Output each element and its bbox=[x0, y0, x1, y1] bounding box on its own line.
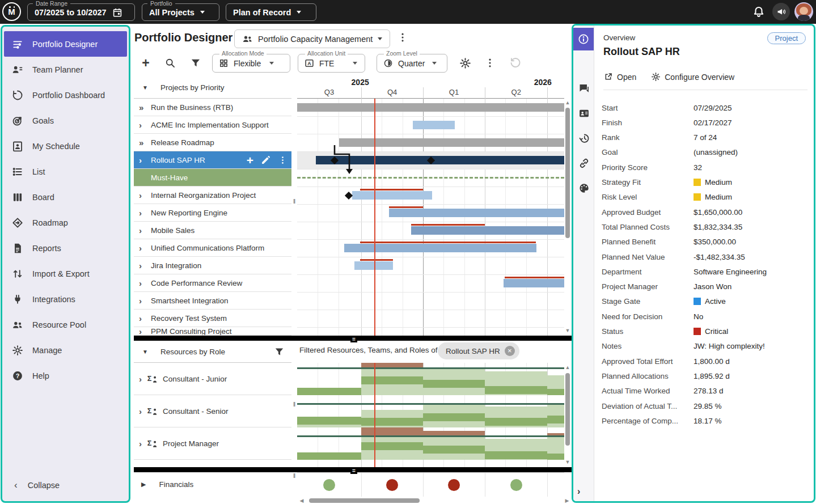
expand-chevron-icon[interactable]: › bbox=[139, 261, 146, 270]
configure-overview-button[interactable]: Configure Overview bbox=[651, 72, 734, 82]
sidebar-item-goals[interactable]: Goals bbox=[4, 108, 127, 133]
gantt-bar[interactable] bbox=[504, 279, 564, 287]
gantt-bar[interactable] bbox=[344, 244, 536, 252]
sidebar-item-help[interactable]: ? Help bbox=[4, 363, 127, 388]
link-icon[interactable] bbox=[575, 155, 593, 172]
project-row[interactable]: ›New Reporting Engine bbox=[134, 204, 291, 222]
expand-chevron-icon[interactable]: › bbox=[139, 120, 146, 130]
expand-chevron-icon[interactable]: › bbox=[139, 208, 146, 218]
expand-chevron-icon[interactable]: › bbox=[139, 226, 146, 235]
announcements-megaphone-icon[interactable] bbox=[772, 3, 790, 20]
row-kebab-icon[interactable] bbox=[278, 155, 287, 165]
financial-status-dot-good[interactable] bbox=[323, 479, 335, 491]
projects-pane-header[interactable]: ▼ Projects by Priority bbox=[134, 77, 291, 99]
resource-role-row[interactable]: › Σ Consultant - Junior bbox=[134, 363, 291, 395]
sidebar-item-board[interactable]: Board bbox=[4, 184, 127, 210]
plan-select[interactable]: Plan of Record bbox=[226, 3, 316, 21]
expand-chevron-icon[interactable]: › bbox=[139, 374, 142, 384]
sidebar-collapse-button[interactable]: ‹ Collapse bbox=[4, 475, 127, 495]
user-avatar[interactable] bbox=[794, 2, 813, 21]
sidebar-item-roadmap[interactable]: Roadmap bbox=[4, 210, 127, 235]
expand-chevron-icon[interactable]: » bbox=[139, 138, 146, 147]
app-logo[interactable]: M bbox=[2, 2, 21, 21]
gantt-bar[interactable] bbox=[297, 103, 564, 112]
project-row[interactable]: ›Rollout SAP HR + bbox=[134, 151, 291, 169]
expand-chevron-icon[interactable]: › bbox=[139, 243, 146, 253]
project-row[interactable]: »Run the Business (RTB) bbox=[134, 99, 291, 116]
gantt-bar[interactable] bbox=[354, 261, 393, 270]
pane-resize-handle[interactable]: ‖ bbox=[291, 473, 297, 479]
financial-status-dot-critical[interactable] bbox=[448, 479, 460, 491]
expand-chevron-icon[interactable]: › bbox=[139, 278, 146, 288]
expand-chevron-icon[interactable]: › bbox=[139, 406, 142, 416]
resource-role-row[interactable]: › Σ Consultant - Senior bbox=[134, 395, 291, 427]
project-row[interactable]: ›Internal Reorganization Project bbox=[134, 187, 291, 204]
notifications-bell-icon[interactable] bbox=[751, 4, 767, 20]
expand-chevron-icon[interactable]: › bbox=[139, 327, 146, 336]
resources-filter-icon[interactable] bbox=[274, 346, 285, 357]
project-row[interactable]: »Release Roadmap bbox=[134, 134, 291, 151]
scroll-up-icon[interactable]: ▲ bbox=[564, 100, 571, 105]
sidebar-item-my-schedule[interactable]: My Schedule bbox=[4, 133, 127, 159]
palette-icon[interactable] bbox=[575, 180, 593, 197]
filter-icon[interactable] bbox=[188, 56, 203, 70]
project-row[interactable]: ›Mobile Sales bbox=[134, 222, 291, 239]
project-row[interactable]: ›ACME Inc Implementation Support bbox=[134, 116, 291, 134]
sidebar-item-team-planner[interactable]: Team Planner bbox=[4, 57, 127, 82]
financials-row[interactable]: ▶ Financials bbox=[134, 472, 291, 497]
expand-chevron-icon[interactable]: › bbox=[139, 314, 146, 323]
settings-gear-icon[interactable] bbox=[458, 56, 472, 70]
filter-chip[interactable]: Rollout SAP HR × bbox=[438, 342, 519, 359]
scroll-up-icon[interactable]: ▲ bbox=[564, 365, 571, 370]
resource-role-row[interactable]: › Σ Project Manager bbox=[134, 427, 291, 460]
edit-pencil-icon[interactable] bbox=[261, 155, 270, 165]
sidebar-item-resource-pool[interactable]: Resource Pool bbox=[4, 312, 127, 337]
gantt-vscrollbar[interactable] bbox=[565, 108, 570, 238]
expand-chevron-icon[interactable]: › bbox=[139, 296, 146, 306]
project-row[interactable]: ›Recovery Test System bbox=[134, 310, 291, 327]
financial-status-dot-critical[interactable] bbox=[386, 479, 398, 491]
gantt-bar[interactable] bbox=[411, 226, 564, 235]
allocation-unit-select[interactable]: Allocation Unit A FTE bbox=[298, 54, 365, 73]
gantt-bar[interactable] bbox=[413, 121, 455, 129]
horizontal-splitter[interactable]: = bbox=[134, 467, 572, 472]
project-row[interactable]: ›Smartsheet Integration bbox=[134, 292, 291, 310]
pane-resize-handle[interactable]: ‖ bbox=[291, 401, 297, 408]
date-range-field[interactable]: Date Range 07/2025 to 10/2027 bbox=[27, 3, 135, 21]
sidebar-item-manage[interactable]: Manage bbox=[4, 337, 127, 363]
expand-chevron-icon[interactable]: » bbox=[139, 103, 146, 112]
project-row[interactable]: Must-Have bbox=[134, 169, 291, 187]
sidebar-item-portfolio-designer[interactable]: Portfolio Designer bbox=[4, 31, 127, 57]
project-row[interactable]: ›Code Performance Review bbox=[134, 274, 291, 292]
scroll-down-icon[interactable]: ▼ bbox=[564, 459, 571, 465]
view-selector[interactable]: Portfolio Capacity Management bbox=[234, 29, 390, 48]
project-row[interactable]: ›Unified Communications Platform bbox=[134, 239, 291, 257]
gantt-hscrollbar[interactable] bbox=[309, 498, 420, 503]
zoom-level-select[interactable]: Zoom Level Quarter bbox=[377, 54, 447, 73]
allocation-mode-select[interactable]: Allocation Mode Flexible bbox=[212, 54, 290, 73]
expand-chevron-icon[interactable]: › bbox=[139, 155, 146, 165]
history-icon[interactable] bbox=[575, 130, 593, 147]
undo-icon[interactable] bbox=[508, 56, 523, 70]
gantt-chart[interactable]: 20252026Q3Q4Q1Q2 bbox=[297, 77, 564, 336]
project-row[interactable]: ›Jira Integration bbox=[134, 257, 291, 274]
view-menu-kebab-icon[interactable] bbox=[397, 32, 408, 43]
contact-card-icon[interactable] bbox=[575, 105, 593, 122]
panel-collapse-icon[interactable]: › bbox=[577, 486, 580, 497]
pane-resize-handle[interactable]: ‖ bbox=[291, 198, 297, 205]
search-icon[interactable] bbox=[163, 56, 177, 70]
info-icon[interactable] bbox=[573, 28, 594, 50]
project-row[interactable]: ›PPM Consulting Project bbox=[134, 327, 291, 336]
milestone-diamond[interactable] bbox=[345, 191, 353, 199]
chip-close-icon[interactable]: × bbox=[505, 346, 515, 356]
sidebar-item-reports[interactable]: Reports bbox=[4, 235, 127, 261]
gantt-bar[interactable] bbox=[316, 156, 564, 164]
resources-pane-header[interactable]: ▼ Resources by Role bbox=[134, 341, 291, 363]
add-project-button[interactable]: + bbox=[138, 56, 153, 70]
sidebar-item-integrations[interactable]: Integrations bbox=[4, 286, 127, 312]
gantt-bar[interactable] bbox=[352, 191, 432, 200]
portfolio-select[interactable]: Portfolio All Projects bbox=[142, 3, 219, 21]
add-child-icon[interactable]: + bbox=[247, 154, 253, 166]
scroll-right-icon[interactable]: ▶ bbox=[564, 498, 570, 503]
gantt-bar[interactable] bbox=[389, 209, 564, 217]
